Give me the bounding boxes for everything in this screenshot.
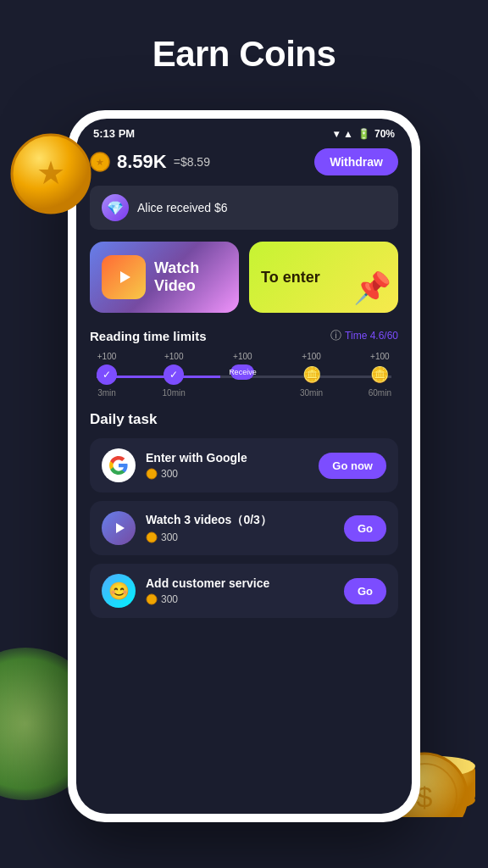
- task-service-go-button[interactable]: Go: [344, 578, 386, 604]
- page-title: Earn Coins: [0, 0, 488, 92]
- svg-point-16: [147, 532, 157, 542]
- task-google-name: Enter with Google: [146, 451, 308, 465]
- task-video-go-button[interactable]: Go: [344, 515, 386, 542]
- progress-node-2: +100 ✓ 10min: [163, 352, 186, 398]
- watch-video-icon: [102, 255, 146, 299]
- action-cards: WatchVideo To enter 📌: [90, 242, 398, 313]
- play-icon: [112, 265, 136, 289]
- task-google-go-button[interactable]: Go now: [319, 453, 386, 479]
- reward-coin-icon-3: [146, 593, 158, 605]
- reading-title: Reading time limits: [90, 329, 207, 343]
- google-icon: [102, 448, 136, 482]
- task-google-reward: 300: [146, 468, 308, 480]
- app-content: ★ 8.59K =$8.59 Withdraw 💎 Alice received…: [76, 145, 412, 810]
- battery-percent: 70%: [374, 128, 395, 140]
- watch-video-card[interactable]: WatchVideo: [90, 242, 239, 313]
- balance-usd: =$8.59: [174, 155, 210, 169]
- progress-node-5: +100 🪙 60min: [369, 352, 391, 398]
- task-service-info: Add customer service 300: [146, 576, 334, 605]
- svg-point-17: [147, 594, 157, 604]
- daily-task-section: Daily task Enter with Google: [90, 411, 398, 618]
- task-service-name: Add customer service: [146, 576, 334, 590]
- task-video-name: Watch 3 videos（0/3）: [146, 513, 334, 528]
- task-google-info: Enter with Google 300: [146, 451, 308, 480]
- phone-screen: 5:13 PM ▾ ▲ 🔋 70% ★ 8.59K =$8.59 W: [76, 119, 412, 814]
- service-icon: 😊: [102, 574, 136, 608]
- enter-card[interactable]: To enter 📌: [249, 242, 398, 313]
- status-time: 5:13 PM: [93, 127, 135, 140]
- svg-text:★: ★: [36, 155, 65, 191]
- progress-node-1: +100 ✓ 3min: [97, 352, 117, 398]
- svg-marker-13: [120, 271, 130, 283]
- enter-label: To enter: [261, 269, 320, 287]
- phone-frame: 5:13 PM ▾ ▲ 🔋 70% ★ 8.59K =$8.59 W: [68, 110, 420, 822]
- battery-icon: 🔋: [358, 128, 370, 140]
- notification-bar: 💎 Alice received $6: [90, 186, 398, 230]
- svg-text:★: ★: [96, 157, 104, 167]
- task-item-video: Watch 3 videos（0/3） 300 Go: [90, 501, 398, 555]
- enter-icon: 📌: [353, 270, 391, 306]
- svg-point-14: [147, 469, 157, 479]
- balance-amount: 8.59K: [117, 151, 167, 173]
- progress-node-4: +100 🪙 30min: [300, 352, 323, 398]
- balance-row: ★ 8.59K =$8.59 Withdraw: [90, 148, 398, 175]
- reading-time: Time 4.6/60: [345, 330, 398, 342]
- video-task-icon: [102, 511, 136, 545]
- notif-icon: 💎: [102, 194, 129, 221]
- time-info-icon: ⓘ: [330, 328, 341, 343]
- task-item-service: 😊 Add customer service 300 Go: [90, 564, 398, 618]
- wifi-icon: ▾: [334, 128, 339, 140]
- progress-node-3[interactable]: +100 Receive: [230, 352, 254, 392]
- daily-task-title: Daily task: [90, 411, 398, 428]
- task-video-info: Watch 3 videos（0/3） 300: [146, 513, 334, 543]
- task-item-google: Enter with Google 300 Go now: [90, 438, 398, 492]
- reading-section: Reading time limits ⓘ Time 4.6/60 +100: [90, 328, 398, 398]
- withdraw-button[interactable]: Withdraw: [314, 148, 398, 175]
- task-video-reward: 300: [146, 531, 334, 543]
- watch-video-label: WatchVideo: [154, 259, 199, 295]
- svg-marker-15: [116, 523, 125, 533]
- reward-coin-icon-2: [146, 531, 158, 543]
- signal-icon: ▲: [343, 128, 353, 140]
- task-service-reward: 300: [146, 593, 334, 605]
- status-bar: 5:13 PM ▾ ▲ 🔋 70%: [76, 119, 412, 145]
- play-task-icon: [109, 519, 128, 537]
- reward-coin-icon: [146, 468, 158, 480]
- notification-text: Alice received $6: [137, 201, 228, 214]
- decorative-coin: ★: [8, 131, 93, 216]
